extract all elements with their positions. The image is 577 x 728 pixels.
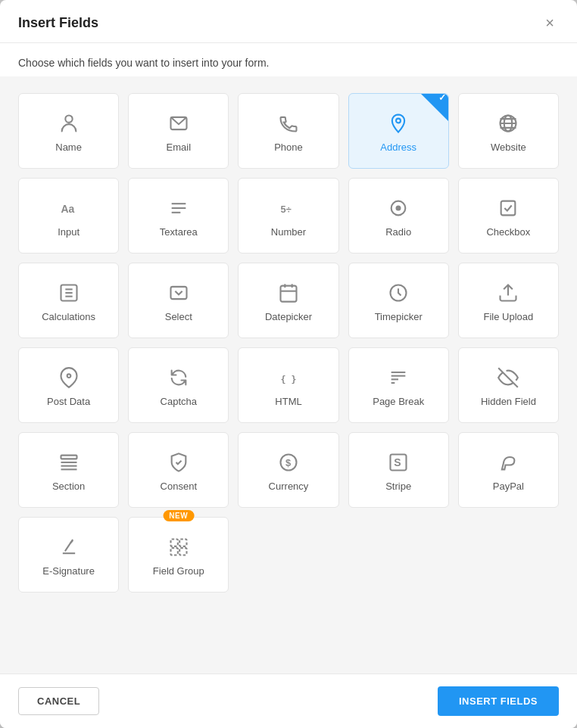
field-card-pagebreak[interactable]: Page Break (348, 347, 449, 423)
field-card-captcha[interactable]: Captcha (128, 347, 229, 423)
field-card-address[interactable]: Address (348, 93, 449, 169)
field-card-radio[interactable]: Radio (348, 178, 449, 254)
postdata-label: Post Data (47, 396, 90, 407)
consent-icon (168, 452, 189, 473)
svg-text:5÷: 5÷ (280, 203, 291, 214)
postdata-icon (58, 367, 80, 388)
field-card-stripe[interactable]: SStripe (348, 432, 449, 508)
svg-rect-35 (61, 455, 76, 459)
currency-icon: $ (278, 452, 299, 473)
phone-icon (278, 113, 299, 134)
fileupload-label: File Upload (484, 311, 534, 322)
pagebreak-icon (388, 367, 409, 388)
field-card-phone[interactable]: Phone (238, 93, 338, 169)
datepicker-icon (278, 282, 299, 303)
esignature-label: E-Signature (42, 565, 95, 577)
svg-point-28 (67, 374, 70, 378)
html-icon: { } (278, 367, 299, 388)
select-label: Select (165, 311, 192, 322)
svg-rect-22 (280, 285, 296, 301)
html-label: HTML (275, 396, 301, 407)
close-button[interactable]: × (541, 14, 559, 32)
input-icon: Aa (58, 198, 80, 219)
field-card-html[interactable]: { }HTML (238, 347, 338, 423)
field-card-hiddenfield[interactable]: Hidden Field (458, 347, 559, 423)
modal-footer: CANCEL INSERT FIELDS (0, 674, 577, 728)
email-icon (168, 113, 189, 134)
svg-text:S: S (394, 456, 401, 468)
timepicker-icon (388, 282, 409, 303)
radio-icon (388, 198, 409, 219)
paypal-icon (497, 452, 519, 473)
timepicker-label: Timepicker (375, 311, 423, 322)
stripe-label: Stripe (385, 481, 411, 492)
textarea-icon (168, 198, 189, 219)
svg-point-14 (396, 205, 401, 210)
modal-subtitle: Choose which fields you want to insert i… (0, 43, 577, 76)
textarea-label: Textarea (160, 226, 198, 238)
input-label: Input (58, 226, 80, 238)
currency-label: Currency (269, 481, 309, 492)
select-icon (168, 282, 189, 303)
field-card-website[interactable]: Website (458, 93, 559, 169)
name-icon (58, 113, 80, 134)
svg-text:{ }: { } (280, 373, 296, 384)
fieldgroup-label: Field Group (153, 565, 204, 577)
field-card-postdata[interactable]: Post Data (18, 347, 119, 423)
svg-rect-46 (170, 548, 177, 555)
new-badge: NEW (163, 510, 194, 521)
field-card-calculations[interactable]: Calculations (18, 263, 119, 338)
calculations-icon (58, 282, 80, 303)
svg-rect-45 (179, 539, 186, 546)
radio-label: Radio (385, 226, 411, 238)
hiddenfield-label: Hidden Field (481, 396, 536, 407)
email-label: Email (167, 142, 192, 153)
field-card-paypal[interactable]: PayPal (458, 432, 559, 508)
checkbox-label: Checkbox (486, 226, 530, 238)
datepicker-label: Datepicker (265, 311, 312, 322)
name-label: Name (55, 142, 82, 153)
esignature-icon (58, 537, 80, 558)
svg-point-0 (65, 115, 72, 122)
field-card-name[interactable]: Name (18, 93, 119, 169)
modal-body: NameEmailPhoneAddressWebsiteAaInputTexta… (0, 76, 577, 674)
checkbox-icon (497, 198, 519, 219)
section-icon (58, 452, 80, 473)
svg-rect-15 (501, 201, 516, 215)
svg-point-2 (396, 118, 401, 123)
hiddenfield-icon (497, 367, 519, 388)
svg-text:$: $ (285, 456, 291, 468)
svg-text:Aa: Aa (61, 202, 74, 214)
calculations-label: Calculations (42, 311, 95, 322)
field-card-fileupload[interactable]: File Upload (458, 263, 559, 338)
field-card-email[interactable]: Email (128, 93, 229, 169)
address-icon (388, 113, 409, 134)
number-label: Number (271, 226, 306, 238)
paypal-label: PayPal (493, 481, 524, 492)
field-card-fieldgroup[interactable]: NEWField Group (128, 517, 229, 593)
modal-title: Insert Fields (18, 15, 98, 31)
insert-fields-modal: Insert Fields × Choose which fields you … (0, 0, 577, 728)
phone-label: Phone (274, 142, 303, 153)
field-card-section[interactable]: Section (18, 432, 119, 508)
svg-rect-44 (170, 539, 177, 546)
field-card-datepicker[interactable]: Datepicker (238, 263, 338, 338)
pagebreak-label: Page Break (373, 396, 424, 407)
field-card-textarea[interactable]: Textarea (128, 178, 229, 254)
field-card-select[interactable]: Select (128, 263, 229, 338)
field-card-consent[interactable]: Consent (128, 432, 229, 508)
captcha-label: Captcha (161, 396, 197, 407)
field-card-currency[interactable]: $Currency (238, 432, 338, 508)
svg-rect-21 (170, 286, 186, 298)
field-card-esignature[interactable]: E-Signature (18, 517, 119, 593)
consent-label: Consent (161, 481, 197, 492)
section-label: Section (52, 481, 85, 492)
field-card-input[interactable]: AaInput (18, 178, 119, 254)
website-icon (497, 113, 519, 134)
fields-grid: NameEmailPhoneAddressWebsiteAaInputTexta… (18, 84, 559, 602)
field-card-number[interactable]: 5÷Number (238, 178, 338, 254)
cancel-button[interactable]: CANCEL (18, 687, 99, 715)
field-card-timepicker[interactable]: Timepicker (348, 263, 449, 338)
insert-fields-button[interactable]: INSERT FIELDS (438, 686, 559, 716)
field-card-checkbox[interactable]: Checkbox (458, 178, 559, 254)
